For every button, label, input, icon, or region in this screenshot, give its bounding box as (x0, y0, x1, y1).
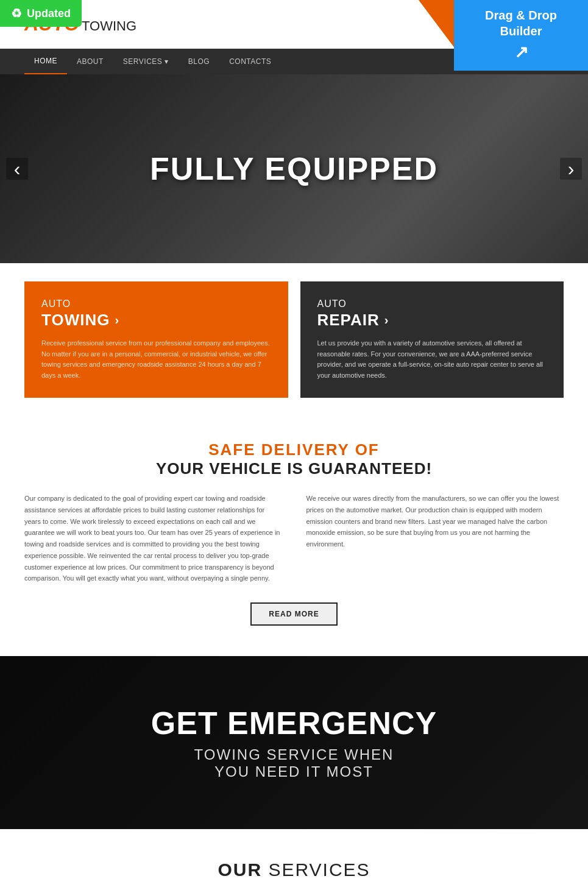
hero-title: FULLY EQUIPPED (150, 150, 438, 187)
dnd-line2: Builder (500, 24, 542, 38)
repair-desc: Let us provide you with a variety of aut… (317, 338, 547, 381)
safe-delivery-col1: Our company is dedicated to the goal of … (24, 493, 282, 584)
dnd-badge: Drag & Drop Builder ↗ (454, 0, 588, 71)
read-more-wrap: READ MORE (24, 596, 564, 644)
dnd-line1: Drag & Drop (485, 9, 557, 22)
auto-repair-box[interactable]: AUTO REPAIR › Let us provide you with a … (300, 281, 564, 398)
repair-arrow-icon: › (384, 313, 389, 327)
safe-delivery-line2: YOUR VEHICLE IS GUARANTEED! (24, 459, 564, 478)
emergency-title: GET EMERGENCY (24, 705, 564, 741)
hero-prev-button[interactable]: ‹ (6, 158, 28, 180)
nav-item-blog[interactable]: BLOG (179, 49, 219, 74)
nav-item-about[interactable]: ABOUT (67, 49, 113, 74)
safe-delivery-section: SAFE DELIVERY OF YOUR VEHICLE IS GUARANT… (0, 416, 588, 656)
header-decoration (419, 0, 455, 49)
repair-label: AUTO (317, 298, 547, 309)
safe-delivery-columns: Our company is dedicated to the goal of … (24, 493, 564, 596)
towing-desc: Receive professional service from our pr… (41, 338, 271, 381)
updated-label: Updated (27, 7, 71, 20)
our-services-section: OUR SERVICES › DELIVERY OF QUICK FIX PAR… (0, 829, 588, 890)
read-more-button[interactable]: READ MORE (250, 602, 337, 626)
towing-label: AUTO (41, 298, 271, 309)
service-boxes: AUTO TOWING › Receive professional servi… (0, 281, 588, 398)
dnd-arrow-icon: ↗ (465, 41, 577, 63)
safe-delivery-col2: We receive our wares directly from the m… (306, 493, 564, 584)
safe-delivery-line1: SAFE DELIVERY OF (24, 440, 564, 459)
nav-item-services[interactable]: SERVICES ▾ (113, 49, 179, 74)
towing-arrow-icon: › (115, 313, 119, 327)
towing-title: TOWING › (41, 311, 271, 330)
hero-content: FULLY EQUIPPED (150, 150, 438, 187)
nav-item-home[interactable]: HOME (24, 49, 67, 74)
our-services-title: OUR SERVICES (24, 860, 564, 880)
recycle-icon: ♻ (11, 6, 22, 21)
updated-badge: ♻ Updated (0, 0, 82, 27)
nav-item-contacts[interactable]: CONTACTS (219, 49, 281, 74)
auto-towing-box[interactable]: AUTO TOWING › Receive professional servi… (24, 281, 288, 398)
emergency-subtitle: TOWING SERVICE WHENYOU NEED IT MOST (24, 746, 564, 780)
hero-section: ‹ FULLY EQUIPPED › (0, 74, 588, 263)
logo-towing: TOWING (82, 18, 136, 34)
emergency-section: GET EMERGENCY TOWING SERVICE WHENYOU NEE… (0, 656, 588, 829)
repair-title: REPAIR › (317, 311, 547, 330)
dropdown-arrow-icon: ▾ (165, 57, 169, 66)
hero-next-button[interactable]: › (560, 158, 582, 180)
